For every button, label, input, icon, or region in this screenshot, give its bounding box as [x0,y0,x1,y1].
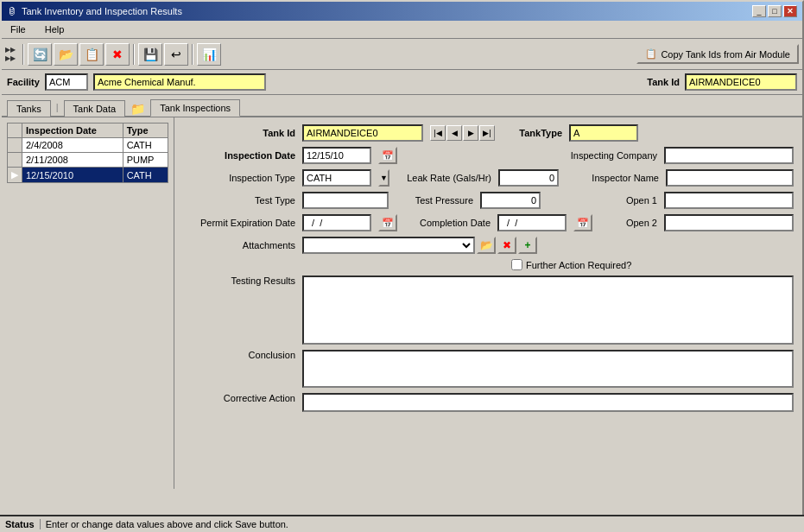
form-testing-results-textarea[interactable] [302,276,794,345]
form-test-pressure-input[interactable] [480,192,541,209]
nav-first-button[interactable]: |◀ [430,125,446,141]
form-conclusion-label: Conclusion [183,350,295,360]
nav-buttons: |◀ ◀ ▶ ▶| [430,125,495,141]
conclusion-row: Conclusion [183,350,794,388]
facility-label: Facility [7,77,40,87]
form-open2-input[interactable] [664,214,794,231]
form-tank-id-input[interactable] [302,124,423,142]
tab-tank-data[interactable]: Tank Data [64,100,126,117]
permit-date-picker-button[interactable]: 📅 [378,214,397,231]
tab-tanks[interactable]: Tanks [7,100,51,117]
form-inspector-name-input[interactable] [666,169,794,187]
refresh-button[interactable]: 🔄 [28,43,52,66]
form-tank-id-label: Tank Id [183,128,295,138]
menu-help[interactable]: Help [40,22,70,36]
form-conclusion-textarea[interactable] [302,350,794,388]
inspection-date-cell[interactable]: 2/4/2008 [22,138,123,153]
form-inspection-date-label: Inspection Date [183,150,295,161]
facility-bar: Facility Tank Id [2,70,802,95]
attachments-controls: 📂 ✖ + [302,237,537,254]
copy-tank-icon: 📋 [645,48,657,60]
inspection-date-row: Inspection Date 📅 Inspecting Company [183,147,794,164]
nav-next-button[interactable]: ▶ [463,125,478,141]
status-bar: Status Enter or change data values above… [0,515,804,532]
table-row[interactable]: 2/11/2008 PUMP [8,153,168,168]
toolbar-separator-1 [22,44,24,65]
form-corrective-action-textarea[interactable] [302,393,794,412]
form-attachments-label: Attachments [183,240,295,250]
attachments-row: Attachments 📂 ✖ + [183,237,794,254]
inspection-list-panel: Inspection Date Type 2/4/2008 CATH 2/11/… [2,117,174,489]
form-completion-date-label: Completion Date [404,218,491,228]
form-test-type-input[interactable] [302,192,389,209]
attachment-add-button[interactable]: + [518,237,537,254]
form-open1-input[interactable] [664,192,794,209]
form-inspector-name-label: Inspector Name [573,173,659,183]
form-test-pressure-label: Test Pressure [396,195,473,206]
col-indicator [8,124,22,138]
maximize-button[interactable]: □ [768,5,782,17]
status-message: Enter or change data values above and cl… [46,519,288,529]
form-leak-rate-input[interactable] [498,169,559,187]
form-permit-label: Permit Expiration Date [183,218,295,228]
inspection-type-row: Inspection Type ▼ Leak Rate (Gals/Hr) In… [183,169,794,187]
menu-bar: File Help [2,21,802,39]
app-icon: 🛢 [7,6,16,16]
menu-file[interactable]: File [5,22,31,36]
tab-tank-inspections[interactable]: Tank Inspections [150,99,240,117]
report-button[interactable]: 📊 [197,43,221,66]
copy-tank-ids-button[interactable]: 📋 Copy Tank Ids from Air Module [636,44,799,64]
row-indicator [8,153,22,168]
folder-icon: 📁 [130,102,145,116]
attachments-select[interactable] [302,237,475,254]
type-cell[interactable]: CATH [123,138,168,153]
form-inspecting-company-input[interactable] [664,147,794,164]
table-row[interactable]: 2/4/2008 CATH [8,138,168,153]
form-panel: Tank Id |◀ ◀ ▶ ▶| TankType Inspection Da… [174,117,802,489]
table-row[interactable]: ▶ 12/15/2010 CATH [8,168,168,183]
completion-date-picker-button[interactable]: 📅 [573,214,592,231]
inspection-type-dropdown-button[interactable]: ▼ [378,169,389,187]
facility-code-input[interactable] [45,73,88,91]
form-tanktype-label: TankType [502,128,562,138]
col-inspection-date: Inspection Date [22,124,123,138]
delete-button[interactable]: ✖ [105,43,130,66]
open-button[interactable]: 📂 [54,43,78,66]
form-permit-input[interactable] [302,214,371,231]
nav-prev-button[interactable]: ◀ [446,125,462,141]
form-corrective-action-label: Corrective Action [183,393,295,403]
minimize-button[interactable]: _ [752,5,766,17]
test-type-row: Test Type Test Pressure Open 1 [183,192,794,209]
type-cell[interactable]: CATH [123,168,168,183]
title-bar: 🛢 Tank Inventory and Inspection Results … [2,2,802,21]
tab-separator-1: | [56,102,59,112]
type-cell[interactable]: PUMP [123,153,168,168]
toolbar-separator-2 [133,44,135,65]
tank-id-facility-input[interactable] [685,73,797,91]
save-button[interactable]: 💾 [138,43,162,66]
col-type: Type [123,124,168,138]
form-inspection-type-label: Inspection Type [183,173,295,183]
form-completion-date-input[interactable] [497,214,567,231]
form-inspection-date-input[interactable] [302,147,371,164]
form-inspection-type-input[interactable] [302,169,371,187]
undo-button[interactable]: ↩ [164,43,188,66]
close-button[interactable]: ✕ [783,5,797,17]
nav-last-button[interactable]: ▶| [479,125,495,141]
tank-id-label: Tank Id [647,77,680,87]
attachment-delete-button[interactable]: ✖ [497,237,516,254]
form-test-type-label: Test Type [183,195,295,206]
inspection-date-cell[interactable]: 2/11/2008 [22,153,123,168]
form-tanktype-input[interactable] [569,124,638,142]
form-leak-rate-label: Leak Rate (Gals/Hr) [396,173,491,183]
form-testing-results-label: Testing Results [183,276,295,286]
further-action-checkbox[interactable] [511,259,522,270]
copy-button[interactable]: 📋 [79,43,104,66]
further-action-row: Further Action Required? [511,259,794,270]
attachment-open-button[interactable]: 📂 [477,237,496,254]
inspection-date-picker-button[interactable]: 📅 [378,147,397,164]
inspection-date-cell[interactable]: 12/15/2010 [22,168,123,183]
facility-name-input[interactable] [93,73,266,91]
corrective-action-row: Corrective Action [183,393,794,412]
toolbar-separator-3 [192,44,193,65]
